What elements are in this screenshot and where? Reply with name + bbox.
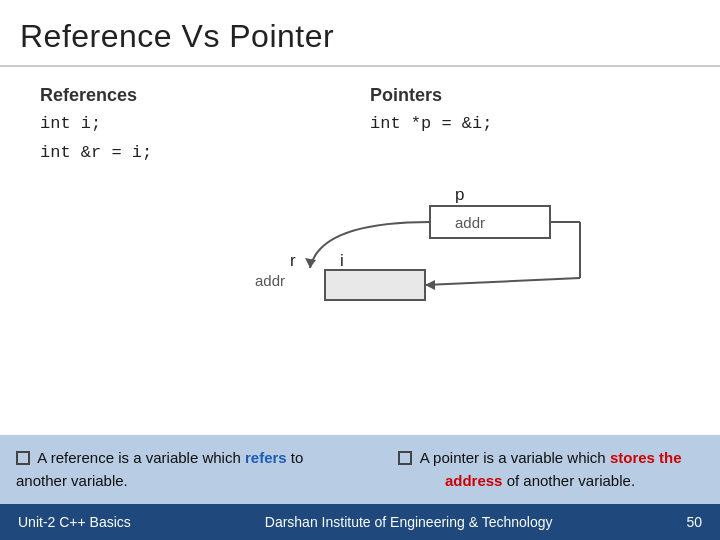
footer-left-highlight: refers	[245, 449, 287, 466]
diagram-area: p addr r i addr	[0, 178, 720, 318]
ptr-line1: int *p = &i;	[370, 110, 680, 139]
p-label: p	[455, 185, 464, 204]
page: Reference Vs Pointer References int i; i…	[0, 0, 720, 540]
main-content: References int i; int &r = i; Pointers i…	[0, 67, 720, 168]
bottom-bar-center: Darshan Institute of Engineering & Techn…	[265, 514, 553, 530]
references-column: References int i; int &r = i;	[40, 85, 350, 168]
svg-rect-0	[430, 206, 550, 238]
r-label: r	[290, 251, 296, 270]
footer-right-text1: A pointer is a variable which	[420, 449, 610, 466]
svg-line-5	[425, 278, 580, 285]
references-code: int i; int &r = i;	[40, 110, 350, 168]
i-label: i	[340, 251, 344, 270]
ref-line1: int i;	[40, 110, 350, 139]
checkbox-right-icon	[398, 451, 412, 465]
bottom-bar-left: Unit-2 C++ Basics	[18, 514, 131, 530]
page-title: Reference Vs Pointer	[20, 18, 334, 54]
svg-rect-1	[325, 270, 425, 300]
bottom-bar: Unit-2 C++ Basics Darshan Institute of E…	[0, 504, 720, 540]
footer-section: A reference is a variable which refers t…	[0, 435, 720, 504]
footer-left-text1: A reference is a variable which	[37, 449, 245, 466]
checkbox-left-icon	[16, 451, 30, 465]
footer-right-text2: of another variable.	[502, 472, 635, 489]
ref-line2: int &r = i;	[40, 139, 350, 168]
svg-marker-2	[305, 258, 316, 268]
bottom-bar-page-number: 50	[686, 514, 702, 530]
footer-left-box: A reference is a variable which refers t…	[0, 435, 360, 504]
pointers-column: Pointers int *p = &i;	[350, 85, 680, 168]
title-section: Reference Vs Pointer	[0, 0, 720, 67]
pointers-label: Pointers	[370, 85, 680, 106]
diagram-svg: p addr r i addr	[0, 178, 720, 318]
pointers-code: int *p = &i;	[370, 110, 680, 139]
footer-right-box: A pointer is a variable which stores the…	[360, 435, 720, 504]
svg-marker-6	[425, 280, 435, 290]
addr-bottom-label: addr	[255, 272, 285, 289]
references-label: References	[40, 85, 350, 106]
addr-top-label: addr	[455, 214, 485, 231]
